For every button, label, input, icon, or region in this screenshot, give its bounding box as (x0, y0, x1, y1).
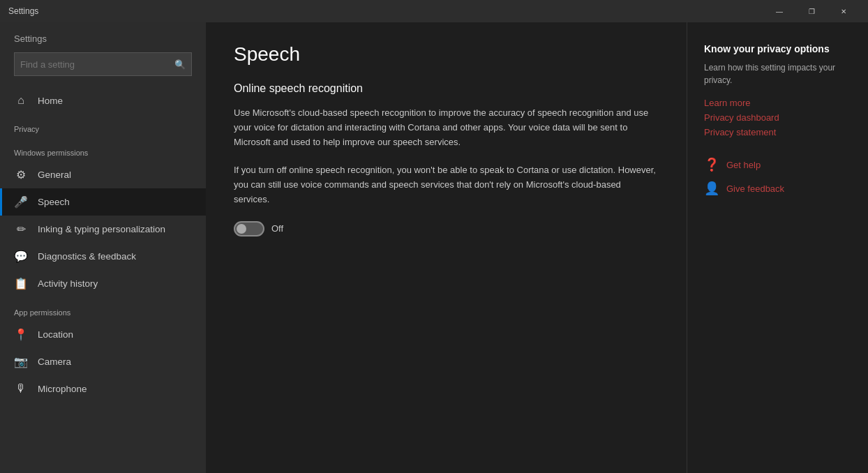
right-panel-title: Know your privacy options (704, 43, 851, 54)
description-paragraph-1: Use Microsoft's cloud-based speech recog… (234, 106, 659, 149)
get-help-icon: ❓ (704, 157, 719, 172)
sidebar-windows-permissions-label: Windows permissions (0, 137, 206, 161)
app-body: Settings 🔍 ⌂ Home Privacy Windows permis… (0, 22, 868, 473)
general-icon: ⚙ (14, 168, 28, 181)
description-paragraph-2: If you turn off online speech recognitio… (234, 163, 659, 207)
sidebar-item-location[interactable]: 📍 Location (0, 321, 206, 348)
section-title: Online speech recognition (234, 82, 659, 95)
sidebar-item-microphone[interactable]: 🎙 Microphone (0, 375, 206, 402)
inking-icon: ✏ (14, 223, 28, 236)
give-feedback-label: Give feedback (726, 183, 784, 194)
privacy-statement-link[interactable]: Privacy statement (704, 127, 851, 137)
sidebar-item-activity[interactable]: 📋 Activity history (0, 270, 206, 297)
app-title: Settings (8, 6, 38, 16)
sidebar-item-microphone-label: Microphone (38, 384, 87, 394)
search-icon: 🔍 (174, 59, 186, 70)
microphone-icon: 🎙 (14, 382, 28, 395)
get-help-label: Get help (726, 160, 761, 170)
page-title: Speech (234, 43, 659, 66)
restore-button[interactable]: ❐ (795, 0, 828, 22)
minimize-button[interactable]: — (763, 0, 795, 22)
sidebar-item-inking-label: Inking & typing personalization (38, 224, 165, 234)
speech-icon: 🎤 (14, 195, 28, 209)
sidebar-item-diagnostics-label: Diagnostics & feedback (38, 251, 136, 262)
right-panel-description: Learn how this setting impacts your priv… (704, 61, 851, 87)
sidebar-item-general-label: General (38, 170, 71, 180)
close-button[interactable]: ✕ (828, 0, 860, 22)
toggle-row: Off (234, 221, 659, 236)
sidebar-item-speech[interactable]: 🎤 Speech (0, 188, 206, 216)
sidebar: Settings 🔍 ⌂ Home Privacy Windows permis… (0, 22, 206, 473)
give-feedback-action[interactable]: 👤 Give feedback (704, 181, 851, 196)
sidebar-item-location-label: Location (38, 329, 73, 340)
location-icon: 📍 (14, 328, 28, 341)
sidebar-header: Settings 🔍 (0, 22, 206, 87)
title-bar: Settings — ❐ ✕ (0, 0, 868, 22)
get-help-action[interactable]: ❓ Get help (704, 157, 851, 172)
sidebar-item-home-label: Home (38, 96, 63, 106)
sidebar-app-title: Settings (14, 33, 192, 44)
sidebar-app-permissions-label: App permissions (0, 297, 206, 321)
sidebar-item-home[interactable]: ⌂ Home (0, 87, 206, 114)
activity-icon: 📋 (14, 277, 28, 290)
right-panel: Know your privacy options Learn how this… (687, 22, 868, 473)
learn-more-link[interactable]: Learn more (704, 98, 851, 108)
sidebar-item-camera[interactable]: 📷 Camera (0, 348, 206, 375)
sidebar-privacy-label: Privacy (0, 114, 206, 137)
sidebar-item-speech-label: Speech (38, 197, 70, 207)
sidebar-item-inking[interactable]: ✏ Inking & typing personalization (0, 216, 206, 243)
home-icon: ⌂ (14, 94, 28, 107)
privacy-dashboard-link[interactable]: Privacy dashboard (704, 112, 851, 123)
toggle-label: Off (271, 223, 283, 234)
window-controls: — ❐ ✕ (763, 0, 860, 22)
sidebar-item-general[interactable]: ⚙ General (0, 161, 206, 188)
sidebar-item-camera-label: Camera (38, 356, 71, 367)
give-feedback-icon: 👤 (704, 181, 719, 196)
toggle-knob (237, 224, 246, 234)
search-input[interactable] (20, 59, 174, 70)
main-content: Speech Online speech recognition Use Mic… (206, 22, 687, 473)
camera-icon: 📷 (14, 355, 28, 368)
sidebar-item-activity-label: Activity history (38, 278, 98, 289)
sidebar-item-diagnostics[interactable]: 💬 Diagnostics & feedback (0, 243, 206, 270)
speech-recognition-toggle[interactable] (234, 221, 264, 236)
diagnostics-icon: 💬 (14, 250, 28, 263)
search-box[interactable]: 🔍 (14, 52, 192, 76)
